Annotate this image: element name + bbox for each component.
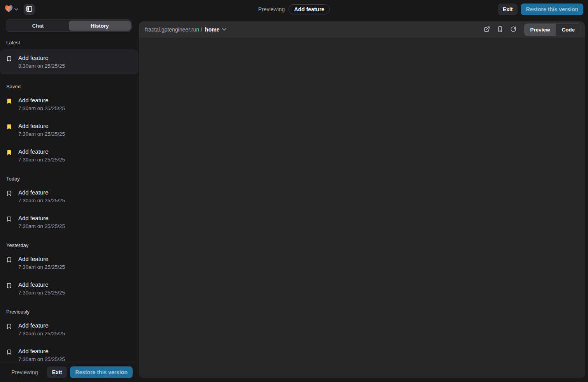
- section-items: Add feature 7:30am on 25/25/25 Add featu…: [0, 319, 138, 362]
- history-section: Yesterday Add feature 7:30am on 25/25/25…: [0, 239, 138, 300]
- previewing-status-label: Previewing: [258, 6, 285, 12]
- history-item-title: Add feature: [18, 148, 65, 155]
- history-item-timestamp: 7:30am on 25/25/25: [18, 157, 65, 163]
- history-item[interactable]: Add feature 7:30am on 25/25/25: [0, 186, 138, 207]
- bookmark-outline-icon: [6, 190, 12, 196]
- history-section: Previously Add feature 7:30am on 25/25/2…: [0, 306, 138, 362]
- history-item-timestamp: 7:30am on 25/25/25: [18, 131, 65, 137]
- mobile-view-button[interactable]: [494, 24, 506, 35]
- history-item-title: Add feature: [18, 256, 65, 262]
- history-item[interactable]: Add feature 7:30am on 25/25/25: [0, 278, 138, 300]
- version-badge: Add feature: [289, 4, 330, 14]
- history-item[interactable]: Add feature 7:30am on 25/25/25: [0, 93, 138, 115]
- bookmark-filled-icon: [6, 149, 12, 156]
- bookmark-filled-icon: [6, 124, 12, 130]
- history-item[interactable]: Add feature 7:30am on 25/25/25: [0, 145, 138, 166]
- preview-viewport[interactable]: [139, 38, 585, 378]
- history-item-timestamp: 7:30am on 25/25/25: [18, 198, 65, 203]
- external-link-icon: [484, 26, 490, 33]
- preview-panel: fractal.gptengineer.run / home: [139, 21, 585, 378]
- url-route: home: [205, 26, 219, 33]
- history-section: Saved Add feature 7:30am on 25/25/25 Add…: [0, 81, 138, 166]
- history-item-title: Add feature: [18, 215, 65, 221]
- history-item-timestamp: 7:30am on 25/25/25: [18, 264, 65, 270]
- sidebar-footer: Previewing Exit Restore this version: [0, 362, 138, 382]
- history-item-title: Add feature: [18, 322, 65, 329]
- history-item[interactable]: Add feature 7:30am on 25/25/25: [0, 344, 138, 362]
- history-item-title: Add feature: [18, 123, 65, 129]
- section-title: Previously: [0, 306, 138, 319]
- url-domain: fractal.gptengineer.run /: [145, 26, 202, 33]
- history-item-timestamp: 7:30am on 25/25/25: [18, 331, 65, 336]
- toggle-preview[interactable]: Preview: [524, 24, 556, 36]
- app-logo-menu[interactable]: [5, 5, 18, 14]
- tab-chat[interactable]: Chat: [7, 21, 69, 31]
- bookmark-outline-icon: [6, 257, 12, 263]
- history-item-timestamp: 8:30am on 25/25/25: [18, 63, 65, 69]
- history-item-timestamp: 7:30am on 25/25/25: [18, 223, 65, 229]
- history-item-title: Add feature: [18, 348, 65, 354]
- history-item-title: Add feature: [18, 281, 65, 288]
- open-in-new-tab-button[interactable]: [481, 24, 493, 35]
- heart-logo-icon: [5, 5, 13, 14]
- exit-button[interactable]: Exit: [498, 4, 518, 15]
- chevron-down-icon: [14, 7, 18, 12]
- footer-restore-version-button[interactable]: Restore this version: [70, 366, 133, 378]
- history-item-timestamp: 7:30am on 25/25/25: [18, 105, 65, 111]
- restore-version-button[interactable]: Restore this version: [521, 4, 583, 15]
- bookmark-outline-icon: [6, 323, 12, 329]
- history-section: Latest Add feature 8:30am on 25/25/25: [0, 37, 138, 74]
- panel-left-icon: [26, 6, 32, 13]
- section-items: Add feature 7:30am on 25/25/25 Add featu…: [0, 93, 138, 166]
- history-section: Today Add feature 7:30am on 25/25/25 Add…: [0, 173, 138, 233]
- tab-history[interactable]: History: [69, 21, 131, 31]
- bookmark-outline-icon: [6, 349, 12, 355]
- history-sidebar: Chat History Latest Add feature 8:30am o…: [0, 19, 138, 382]
- history-item-title: Add feature: [18, 97, 65, 103]
- sidebar-toggle-button[interactable]: [24, 4, 35, 15]
- history-item-timestamp: 7:30am on 25/25/25: [18, 290, 65, 296]
- section-title: Saved: [0, 81, 138, 93]
- section-title: Today: [0, 173, 138, 186]
- history-item-timestamp: 7:30am on 25/25/25: [18, 356, 65, 362]
- refresh-icon: [510, 26, 516, 33]
- bookmark-filled-icon: [6, 98, 12, 104]
- sidebar-tabs: Chat History: [6, 19, 132, 32]
- history-item-title: Add feature: [18, 54, 65, 61]
- history-item[interactable]: Add feature 7:30am on 25/25/25: [0, 119, 138, 141]
- history-item[interactable]: Add feature 7:30am on 25/25/25: [0, 252, 138, 274]
- bookmark-outline-icon: [6, 216, 12, 222]
- section-title: Latest: [0, 37, 138, 49]
- url-route-selector[interactable]: fractal.gptengineer.run / home: [145, 26, 226, 33]
- history-item-title: Add feature: [18, 189, 65, 196]
- topbar: Previewing Add feature Exit Restore this…: [0, 0, 588, 19]
- history-item[interactable]: Add feature 7:30am on 25/25/25: [0, 211, 138, 233]
- footer-previewing-label: Previewing: [11, 369, 38, 375]
- section-items: Add feature 7:30am on 25/25/25 Add featu…: [0, 186, 138, 233]
- section-items: Add feature 7:30am on 25/25/25 Add featu…: [0, 252, 138, 300]
- bookmark-outline-icon: [6, 282, 12, 289]
- footer-exit-button[interactable]: Exit: [47, 366, 67, 378]
- smartphone-icon: [497, 26, 503, 33]
- view-toggle: Preview Code: [524, 23, 581, 36]
- chevron-down-icon: [222, 27, 226, 33]
- history-item[interactable]: Add feature 8:30am on 25/25/25: [0, 49, 138, 74]
- refresh-button[interactable]: [508, 24, 519, 35]
- preview-panel-header: fractal.gptengineer.run / home: [139, 21, 585, 38]
- section-items: Add feature 8:30am on 25/25/25: [0, 49, 138, 74]
- bookmark-outline-icon: [6, 56, 12, 62]
- toggle-code[interactable]: Code: [556, 24, 581, 36]
- section-title: Yesterday: [0, 239, 138, 252]
- history-list: Latest Add feature 8:30am on 25/25/25 Sa…: [0, 32, 138, 362]
- history-item[interactable]: Add feature 7:30am on 25/25/25: [0, 319, 138, 340]
